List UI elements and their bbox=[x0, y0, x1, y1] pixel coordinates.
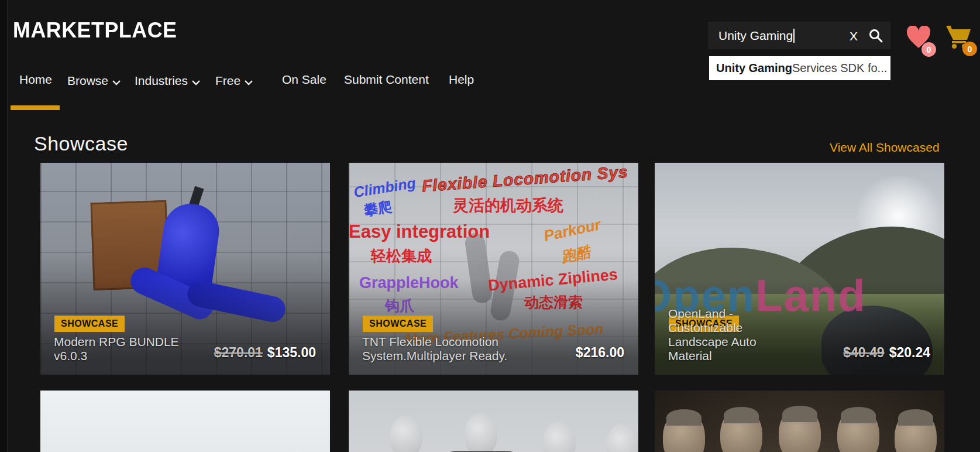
chevron-down-icon bbox=[112, 74, 121, 88]
nav-item-free[interactable]: Free bbox=[215, 73, 253, 88]
active-tab-indicator bbox=[11, 105, 60, 110]
cart-count-badge: 0 bbox=[962, 42, 977, 56]
nav-item-home[interactable]: Home bbox=[19, 73, 52, 87]
clear-search-icon[interactable]: X bbox=[847, 27, 860, 46]
product-title: Modern RPG BUNDLE v6.0.3 bbox=[54, 335, 194, 363]
nav-label: Free bbox=[215, 74, 240, 88]
chevron-down-icon bbox=[245, 74, 253, 88]
nav-label: On Sale bbox=[282, 73, 326, 87]
showcase-badge: SHOWCASE bbox=[54, 316, 125, 332]
nav-label: Home bbox=[19, 73, 52, 87]
old-price: $270.01 bbox=[214, 345, 263, 360]
search-icon[interactable] bbox=[868, 28, 883, 46]
marketplace-page: MARKETPLACE Unity Gaming X Unity Gaming … bbox=[0, 0, 980, 452]
view-all-showcased-link[interactable]: View All Showcased bbox=[830, 141, 940, 155]
search-suggestion-item[interactable]: Unity Gaming Services SDK fo... bbox=[709, 56, 890, 80]
text-caret bbox=[793, 29, 795, 43]
product-card-modern-rpg[interactable]: SHOWCASE Modern RPG BUNDLE v6.0.3 $270.0… bbox=[40, 163, 330, 375]
marketplace-logo[interactable]: MARKETPLACE bbox=[13, 18, 177, 43]
search-value: Unity Gaming bbox=[718, 29, 793, 43]
nav-label: Submit Content bbox=[344, 73, 429, 87]
showcase-badge: SHOWCASE bbox=[363, 316, 433, 332]
nav-label: Browse bbox=[67, 74, 108, 88]
product-thumbnail-valley bbox=[40, 391, 330, 452]
product-price: $40.49$20.24 bbox=[843, 345, 930, 361]
product-price: $216.00 bbox=[576, 345, 624, 361]
product-card-clothing-mannequins[interactable] bbox=[349, 391, 638, 452]
window-left-edge bbox=[0, 0, 8, 452]
nav-item-industries[interactable]: Industries bbox=[135, 73, 200, 88]
chevron-down-icon bbox=[192, 74, 200, 88]
nav-item-help[interactable]: Help bbox=[449, 73, 474, 87]
nav-label: Industries bbox=[135, 74, 188, 88]
product-card-landscape-valley[interactable] bbox=[40, 391, 330, 452]
section-title-showcase: Showcase bbox=[34, 132, 128, 155]
wishlist-count-badge: 0 bbox=[921, 42, 936, 57]
suggestion-rest: Services SDK fo... bbox=[792, 61, 887, 75]
wishlist-button[interactable]: 0 bbox=[906, 26, 940, 55]
search-input[interactable]: Unity Gaming X bbox=[708, 22, 890, 49]
suggestion-highlight: Unity Gaming bbox=[716, 61, 792, 75]
nav-item-browse[interactable]: Browse bbox=[67, 73, 121, 88]
old-price: $40.49 bbox=[843, 345, 884, 360]
product-price: $270.01$135.00 bbox=[214, 345, 316, 361]
current-price: $216.00 bbox=[576, 345, 624, 360]
nav-item-submit-content[interactable]: Submit Content bbox=[344, 73, 429, 87]
product-card-openland[interactable]: OpenLand SHOWCASE OpenLand - Customizabl… bbox=[655, 163, 944, 375]
current-price: $20.24 bbox=[889, 345, 930, 360]
product-title: TNT Flexible Locomotion System.Multiplay… bbox=[362, 335, 544, 363]
product-thumbnail-heads bbox=[655, 391, 944, 452]
product-card-tnt-locomotion[interactable]: Climbing 攀爬 Flexible Locomotion Sys 灵活的机… bbox=[349, 163, 638, 375]
current-price: $135.00 bbox=[267, 345, 316, 360]
nav-item-on-sale[interactable]: On Sale bbox=[282, 73, 326, 87]
product-card-character-heads[interactable] bbox=[655, 391, 944, 452]
cart-button[interactable]: 0 bbox=[945, 25, 980, 55]
product-thumbnail-mannequins bbox=[349, 391, 638, 452]
product-title: OpenLand - Customizable Landscape Auto M… bbox=[668, 307, 788, 363]
nav-label: Help bbox=[449, 73, 474, 87]
